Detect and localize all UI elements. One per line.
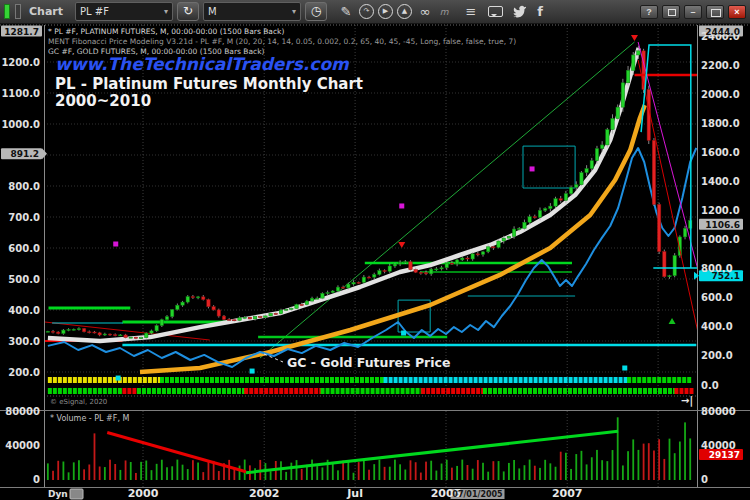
volume-pane-title: * Volume - PL #F, M xyxy=(50,414,129,423)
chart-application-window: Chart PL #F ▾ ↻ M ▾ ◷ ✎ ↷ ▶ ▲ ∞ m ≡ f ? … xyxy=(0,0,750,500)
esignal-copyright: © eSignal, 2020 xyxy=(50,398,107,406)
gc-annotation: GC - Gold Futures Price xyxy=(287,355,450,370)
svg-text:40000: 40000 xyxy=(5,440,40,451)
chart-window-label: Chart xyxy=(29,5,63,18)
toolbar: Chart PL #F ▾ ↻ M ▾ ◷ ✎ ↷ ▶ ▲ ∞ m ≡ f ? … xyxy=(0,0,750,24)
restore-button[interactable] xyxy=(662,5,680,19)
interval-value: M xyxy=(208,6,217,17)
symbol-dropdown[interactable]: PL #F ▾ xyxy=(75,2,173,21)
crash-red xyxy=(638,60,697,330)
svg-text:1800.0: 1800.0 xyxy=(701,118,740,129)
trend-alert-icon[interactable]: ▲ xyxy=(397,4,412,19)
svg-text:Jul: Jul xyxy=(346,487,363,500)
legend-line-2: MENT Fibonacci Price Modeling V3.21d - P… xyxy=(48,37,516,46)
svg-text:0: 0 xyxy=(701,474,708,485)
layout-list-icon[interactable]: ≡ xyxy=(462,4,480,19)
svg-text:2000: 2000 xyxy=(128,487,159,500)
svg-text:1281.7: 1281.7 xyxy=(4,27,39,37)
svg-text:1600.0: 1600.0 xyxy=(701,147,740,158)
goto-end-icon: →| xyxy=(681,395,693,407)
svg-text:600.0: 600.0 xyxy=(8,243,40,254)
chevron-down-icon: ▾ xyxy=(292,7,296,16)
chart-title-years: 2000~2010 xyxy=(55,92,151,110)
svg-text:800.0: 800.0 xyxy=(8,181,40,192)
svg-text:400.0: 400.0 xyxy=(701,321,733,332)
minimize-button[interactable]: – xyxy=(684,5,702,19)
svg-text:0: 0 xyxy=(33,474,40,485)
levels-front xyxy=(635,42,698,330)
legend-line-1: * PL #F, PLATINUM FUTURES, M, 00:00-00:0… xyxy=(48,27,284,36)
svg-text:2002: 2002 xyxy=(249,487,280,500)
svg-text:200.0: 200.0 xyxy=(8,367,40,378)
svg-text:1000.0: 1000.0 xyxy=(1,119,40,130)
chat-icon[interactable] xyxy=(488,6,503,17)
axis-lock-icon xyxy=(70,489,83,499)
svg-text:1100.0: 1100.0 xyxy=(1,88,40,99)
svg-text:2200.0: 2200.0 xyxy=(701,60,740,71)
svg-text:29137: 29137 xyxy=(709,450,740,460)
draw-pencil-icon[interactable]: ✎ xyxy=(337,4,355,19)
twitter-icon[interactable] xyxy=(511,5,527,18)
volume-bars xyxy=(47,417,691,480)
maximize-button[interactable] xyxy=(706,5,724,19)
help-button[interactable]: ? xyxy=(640,5,658,19)
svg-text:80000: 80000 xyxy=(701,406,736,417)
curve-arrow-icon[interactable]: ↷ xyxy=(359,4,374,19)
svg-text:2007: 2007 xyxy=(552,487,583,500)
minutes-indicator: m xyxy=(438,7,450,17)
signal-strips xyxy=(48,377,694,394)
svg-text:1400.0: 1400.0 xyxy=(701,176,740,187)
svg-text:400.0: 400.0 xyxy=(8,305,40,316)
svg-text:752.1: 752.1 xyxy=(712,271,740,281)
interval-dropdown[interactable]: M ▾ xyxy=(203,2,301,21)
svg-text:1000.0: 1000.0 xyxy=(701,234,740,245)
svg-text:500.0: 500.0 xyxy=(8,274,40,285)
chart-title: PL - Platinum Futures Monthly Chart xyxy=(55,75,363,93)
ma-slow-orange xyxy=(140,105,645,372)
refresh-icon: ↻ xyxy=(183,4,193,18)
svg-text:2000.0: 2000.0 xyxy=(701,89,740,100)
clock-icon: ◷ xyxy=(311,4,321,18)
refresh-button[interactable]: ↻ xyxy=(177,2,199,21)
svg-text:891.2: 891.2 xyxy=(11,149,39,159)
svg-text:1200.0: 1200.0 xyxy=(701,205,740,216)
svg-text:07/01/2005: 07/01/2005 xyxy=(452,490,503,499)
symbol-value: PL #F xyxy=(80,6,109,17)
link-icon[interactable]: ∞ xyxy=(416,4,434,19)
close-button[interactable]: × xyxy=(728,5,746,19)
pause-indicator xyxy=(15,4,21,19)
svg-text:700.0: 700.0 xyxy=(8,212,40,223)
svg-text:1106.6: 1106.6 xyxy=(705,220,740,230)
svg-text:80000: 80000 xyxy=(5,406,40,417)
time-settings-button[interactable]: ◷ xyxy=(305,2,327,21)
svg-text:2444.0: 2444.0 xyxy=(705,27,740,37)
svg-text:Dyn: Dyn xyxy=(48,489,68,499)
svg-text:600.0: 600.0 xyxy=(701,292,733,303)
chart-canvas[interactable]: 1200.01100.01000.0800.0700.0600.0500.040… xyxy=(0,24,750,500)
svg-text:1200.0: 1200.0 xyxy=(1,57,40,68)
play-circle-icon[interactable]: ▶ xyxy=(378,4,393,19)
running-indicator xyxy=(4,4,10,19)
chevron-down-icon: ▾ xyxy=(164,7,168,16)
watermark-url: www.TheTechnicalTraders.com xyxy=(55,54,350,74)
facebook-icon[interactable]: f xyxy=(531,4,549,19)
svg-text:0.0: 0.0 xyxy=(701,380,719,391)
svg-text:200.0: 200.0 xyxy=(701,350,733,361)
svg-text:300.0: 300.0 xyxy=(8,336,40,347)
